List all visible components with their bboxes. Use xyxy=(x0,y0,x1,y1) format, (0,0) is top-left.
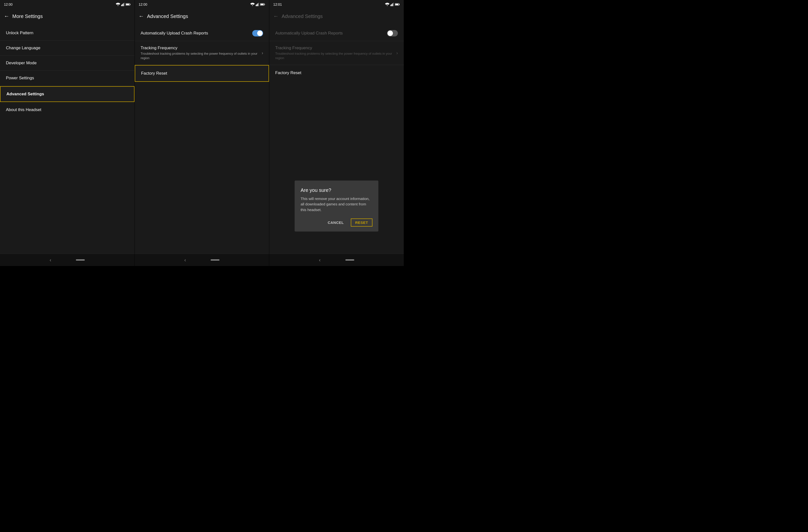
crash-reports-toggle[interactable] xyxy=(252,30,263,36)
header-advanced-settings-3: ← Advanced Settings xyxy=(269,9,404,24)
status-time-3: 12:01 xyxy=(273,2,282,6)
signal-icon-1 xyxy=(121,3,125,6)
cancel-button[interactable]: CANCEL xyxy=(325,218,347,226)
svg-rect-1 xyxy=(122,4,123,6)
header-advanced-settings: ← Advanced Settings xyxy=(135,9,269,24)
wifi-icon-2 xyxy=(250,3,255,6)
toggle-knob xyxy=(257,31,263,36)
crash-reports-label: Automatically Upload Crash Reports xyxy=(141,31,253,36)
sidebar-item-power-settings[interactable]: Power Settings xyxy=(0,71,134,86)
bottom-nav-1: ‹ xyxy=(0,254,134,266)
crash-reports-label-3: Automatically Upload Crash Reports xyxy=(275,31,387,36)
factory-reset-item[interactable]: Factory Reset xyxy=(135,65,269,82)
svg-rect-7 xyxy=(256,5,256,6)
status-bar-3: 12:01 xyxy=(269,0,404,9)
nav-back-button-3[interactable]: ‹ xyxy=(319,257,321,263)
svg-rect-14 xyxy=(390,5,391,6)
signal-icon-2 xyxy=(256,3,259,6)
wifi-icon-1 xyxy=(116,3,120,6)
status-bar-2: 12:00 xyxy=(135,0,269,9)
svg-rect-10 xyxy=(258,3,259,6)
item-label: Advanced Settings xyxy=(6,92,44,96)
tracking-frequency-content-3: Tracking Frequency Troubleshoot tracking… xyxy=(275,45,394,60)
nav-home-button-2[interactable] xyxy=(210,259,220,261)
sidebar-item-developer-mode[interactable]: Developer Mode xyxy=(0,56,134,71)
page-title-2: Advanced Settings xyxy=(147,14,188,19)
factory-reset-label-3: Factory Reset xyxy=(275,70,301,75)
panel-advanced-settings: 12:00 ← Advanced Settings xyxy=(135,0,270,266)
dialog-title: Are you sure? xyxy=(300,187,372,193)
item-label: About this Headset xyxy=(6,107,41,112)
tracking-frequency-label: Tracking Frequency xyxy=(141,45,260,51)
crash-reports-content: Automatically Upload Crash Reports xyxy=(141,31,253,36)
status-time-2: 12:00 xyxy=(139,2,147,6)
battery-icon-1 xyxy=(126,3,131,6)
svg-rect-9 xyxy=(257,3,258,6)
status-bar-1: 12:00 xyxy=(0,0,134,9)
svg-rect-16 xyxy=(392,3,393,6)
crash-reports-toggle-3 xyxy=(387,30,398,36)
tracking-frequency-item-3: Tracking Frequency Troubleshoot tracking… xyxy=(269,41,404,65)
crash-reports-content-3: Automatically Upload Crash Reports xyxy=(275,31,387,36)
nav-back-button-1[interactable]: ‹ xyxy=(50,257,52,263)
page-title-1: More Settings xyxy=(12,14,43,19)
header-more-settings: ← More Settings xyxy=(0,9,134,24)
battery-icon-2 xyxy=(260,3,265,6)
sidebar-item-unlock-pattern[interactable]: Unlock Pattern xyxy=(0,25,134,41)
svg-rect-15 xyxy=(391,4,392,6)
reset-button[interactable]: RESET xyxy=(351,218,373,226)
svg-rect-3 xyxy=(124,3,124,6)
page-title-3: Advanced Settings xyxy=(281,14,323,19)
svg-rect-17 xyxy=(393,3,394,6)
chevron-right-icon: › xyxy=(262,51,263,56)
panel-advanced-settings-dialog: 12:01 ← Advanced Settings xyxy=(269,0,404,266)
status-icons-3 xyxy=(385,3,400,6)
back-button-1[interactable]: ← xyxy=(4,14,10,19)
factory-reset-item-3: Factory Reset xyxy=(269,65,404,81)
svg-rect-5 xyxy=(130,4,130,5)
chevron-right-icon-3: › xyxy=(397,51,398,56)
item-label: Change Language xyxy=(6,45,40,51)
tracking-frequency-subtitle-3: Troubleshoot tracking problems by select… xyxy=(275,52,394,60)
advanced-settings-list: Automatically Upload Crash Reports Track… xyxy=(135,24,269,254)
wifi-icon-3 xyxy=(385,3,389,6)
crash-reports-item-3: Automatically Upload Crash Reports xyxy=(269,25,404,41)
factory-reset-dialog: Are you sure? This will remove your acco… xyxy=(295,181,379,232)
panel-more-settings: 12:00 ← More Settings xyxy=(0,0,135,266)
svg-rect-13 xyxy=(261,4,264,5)
item-label: Unlock Pattern xyxy=(6,31,34,35)
sidebar-item-advanced-settings[interactable]: Advanced Settings xyxy=(0,86,134,102)
back-button-3[interactable]: ← xyxy=(273,14,279,19)
svg-rect-6 xyxy=(126,4,129,5)
tracking-frequency-label-3: Tracking Frequency xyxy=(275,45,394,51)
svg-rect-2 xyxy=(123,3,124,6)
svg-rect-19 xyxy=(399,4,400,5)
nav-home-button-3[interactable] xyxy=(345,259,354,261)
dialog-body: This will remove your account informatio… xyxy=(300,196,372,213)
bottom-nav-2: ‹ xyxy=(135,254,269,266)
item-label: Power Settings xyxy=(6,76,34,80)
signal-icon-3 xyxy=(390,3,394,6)
status-icons-1 xyxy=(116,3,131,6)
status-time-1: 12:00 xyxy=(4,2,13,6)
battery-icon-3 xyxy=(395,3,400,6)
sidebar-item-change-language[interactable]: Change Language xyxy=(0,41,134,56)
nav-back-button-2[interactable]: ‹ xyxy=(184,257,186,263)
tracking-frequency-item[interactable]: Tracking Frequency Troubleshoot tracking… xyxy=(135,41,269,65)
svg-rect-8 xyxy=(257,4,257,6)
svg-rect-12 xyxy=(264,4,265,5)
dialog-actions: CANCEL RESET xyxy=(300,218,372,226)
sidebar-item-about-headset[interactable]: About this Headset xyxy=(0,103,134,117)
item-label: Developer Mode xyxy=(6,60,37,66)
more-settings-list: Unlock Pattern Change Language Developer… xyxy=(0,24,134,254)
back-button-2[interactable]: ← xyxy=(139,14,144,19)
tracking-frequency-content: Tracking Frequency Troubleshoot tracking… xyxy=(141,45,260,60)
svg-rect-20 xyxy=(395,4,398,5)
toggle-knob-3 xyxy=(387,31,393,36)
factory-reset-label: Factory Reset xyxy=(141,71,167,76)
status-icons-2 xyxy=(250,3,265,6)
crash-reports-item[interactable]: Automatically Upload Crash Reports xyxy=(135,25,269,41)
bottom-nav-3: ‹ xyxy=(269,254,404,266)
svg-rect-0 xyxy=(121,5,122,6)
nav-home-button-1[interactable] xyxy=(76,259,85,261)
